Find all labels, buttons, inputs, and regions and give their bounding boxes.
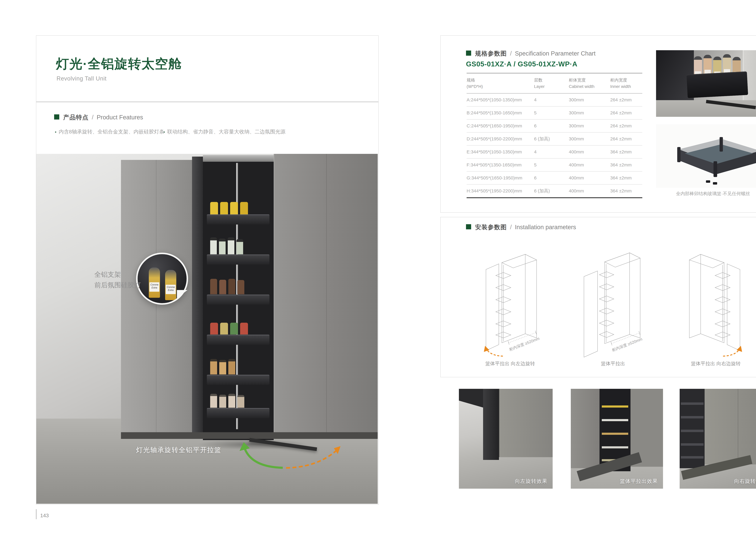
install-heading-cn: 安装参数图 — [475, 224, 507, 230]
bottle-row — [210, 394, 268, 408]
photo-overlay-caption: 灯光轴承旋转全铝平开拉篮 — [136, 446, 221, 454]
feature-bullet: 内含8轴承旋转、全铝合金支架、内嵌硅胶灯条 — [55, 128, 164, 135]
cabinet-right — [274, 154, 378, 432]
bottle-label: Corona Extra — [149, 282, 159, 292]
basket — [207, 215, 269, 224]
heading-slash: / — [509, 50, 513, 57]
tall-unit-rail — [203, 155, 274, 162]
table-header: 规格(W*D*H) 层数Layer 柜体宽度Cabinet width 柜内宽度… — [467, 73, 642, 93]
install-heading-en: Installation parameters — [515, 224, 576, 230]
left-page-panel: 灯光·全铝旋转太空舱 Revolving Tall Unit 产品特点 / Pr… — [36, 35, 379, 505]
diagram-caption: 篮体平拉出 向左边旋转 — [463, 360, 557, 367]
page-title: 灯光·全铝旋转太空舱 — [56, 55, 182, 73]
photo-callout: 全铝支架 前后氛围硅胶灯 — [94, 269, 141, 290]
table-row: F:344*505*(1350-1650)mm 5 400mm 364 ±2mm — [467, 158, 642, 172]
install-heading: 安装参数图 / Installation parameters — [475, 223, 576, 231]
spec-table: 规格(W*D*H) 层数Layer 柜体宽度Cabinet width 柜内宽度… — [467, 73, 642, 198]
install-diagram-right — [669, 237, 756, 358]
effect-photo-caption: 篮体平拉出效果 — [620, 478, 658, 485]
basket — [207, 335, 269, 345]
diagram-caption: 篮体平拉出 — [566, 360, 660, 367]
install-panel: 安装参数图 / Installation parameters — [440, 217, 756, 377]
plinth — [121, 432, 378, 439]
spec-heading-cn: 规格参数图 — [475, 50, 507, 57]
depth-dimension-label: 柜内深度 ≥520mm — [611, 337, 643, 352]
table-row: H:344*505*(1950-2200)mm 6 (加高) 400mm 364… — [467, 184, 642, 198]
basket — [207, 254, 269, 265]
diagram-caption: 篮体平拉出 向右边旋转 — [669, 360, 756, 367]
hero-photo: Corona Extra Corona Extra 全铝支架 前后氛围硅胶灯 灯… — [36, 154, 378, 504]
install-diagram-center: 柜内深度 ≥520mm — [566, 237, 660, 358]
effect-photo-pullout: 篮体平拉出效果 — [571, 389, 663, 489]
section-marker-icon — [466, 50, 471, 56]
bottle-row — [210, 323, 268, 334]
table-row: A:244*505*(1050-1350)mm 4 300mm 264 ±2mm — [467, 93, 642, 107]
features-heading-cn: 产品特点 — [63, 114, 89, 120]
bottle-row — [210, 201, 268, 215]
basket — [207, 408, 269, 418]
basket-photo-caption: 全内部棒卯结构玻璃篮·不见任何螺丝 — [656, 191, 756, 197]
heading-slash: / — [90, 114, 95, 120]
table-row: G:344*505*(1650-1950)mm 6 400mm 364 ±2mm — [467, 172, 642, 184]
model-numbers: GS05-01XZ·A / GS05-01XZ-WP·A — [466, 60, 578, 68]
open-door — [192, 156, 203, 438]
page-number-left: 143 — [40, 513, 49, 519]
bottle-row — [210, 359, 268, 374]
inset-pointer — [177, 290, 187, 298]
page-subtitle: Revolving Tall Unit — [56, 75, 107, 82]
install-diagram-left: 柜内深度 ≥520mm — [463, 237, 557, 358]
section-marker-icon — [54, 115, 59, 119]
bottle-row — [210, 279, 268, 294]
table-row: D:244*505*(1950-2200)mm 6 (加高) 300mm 264… — [467, 133, 642, 146]
basket — [207, 375, 269, 385]
table-row: B:244*505*(1350-1650)mm 5 300mm 264 ±2mm — [467, 107, 642, 119]
title-divider — [36, 102, 378, 102]
bottle-label: Corona Extra — [166, 285, 176, 294]
features-heading-en: Product Features — [97, 114, 143, 120]
spec-heading-en: Specification Parameter Chart — [515, 50, 596, 57]
basket — [207, 294, 269, 305]
effect-photo-rotate-right: 向右旋转效果 — [680, 389, 756, 489]
table-row: C:244*505*(1650-1950)mm 6 300mm 264 ±2mm — [467, 119, 642, 133]
effect-photo-rotate-left: 向左旋转效果 — [459, 389, 552, 489]
rotation-arrows-icon — [233, 438, 351, 475]
feature-bullet: 联动结构、省力静音、大容量大收纳、二边氛围光源 — [164, 128, 285, 135]
effect-photo-caption: 向右旋转效果 — [734, 478, 756, 485]
section-marker-icon — [466, 224, 471, 229]
catalog-spread: 灯光·全铝旋转太空舱 Revolving Tall Unit 产品特点 / Pr… — [0, 0, 756, 536]
table-row: E:344*505*(1050-1350)mm 4 400mm 364 ±2mm — [467, 146, 642, 158]
page-number-tick — [36, 509, 36, 519]
features-heading: 产品特点 / Product Features — [63, 113, 143, 121]
spec-panel: 规格参数图 / Specification Parameter Chart GS… — [440, 35, 756, 213]
product-photo-bottles — [656, 50, 756, 117]
bottle-row — [210, 237, 268, 254]
heading-slash: / — [509, 224, 513, 230]
spec-heading: 规格参数图 / Specification Parameter Chart — [475, 49, 596, 58]
product-photo-basket — [656, 124, 756, 188]
effect-photo-caption: 向左旋转效果 — [515, 478, 548, 485]
